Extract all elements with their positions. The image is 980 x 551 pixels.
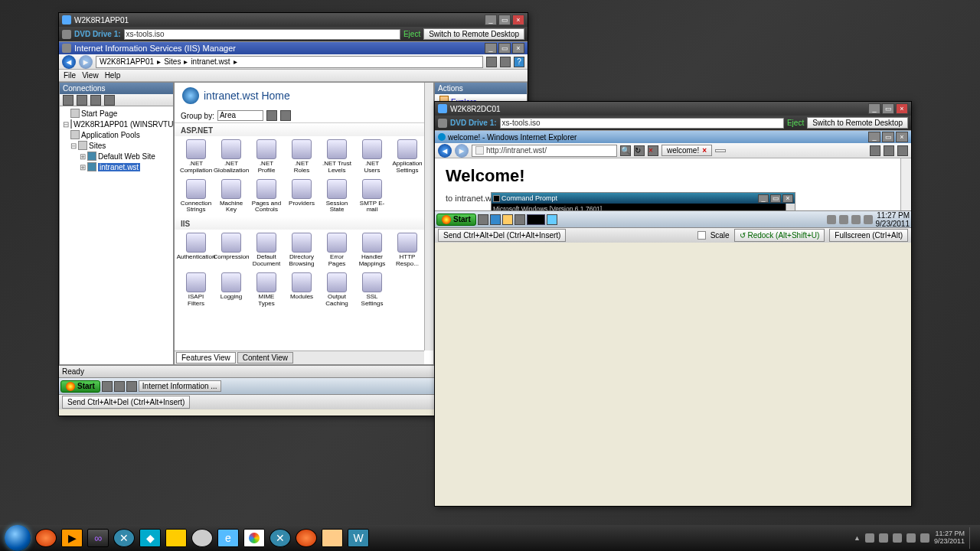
iis-close[interactable]: × — [512, 43, 524, 54]
host-x-icon-2[interactable]: ✕ — [270, 529, 291, 547]
ql-1[interactable] — [102, 381, 113, 392]
host-chrome-icon[interactable] — [243, 529, 265, 547]
switch-remote-desktop-button[interactable]: Switch to Remote Desktop — [807, 117, 908, 129]
guest1-start-button[interactable]: Start — [60, 380, 100, 393]
tree-server[interactable]: ⊟W2K8R1APP01 (WINSRVTUTS\saiello) — [61, 119, 172, 129]
conn-tb-1[interactable] — [63, 95, 74, 106]
ql-ps[interactable] — [490, 214, 501, 225]
host-word-icon[interactable]: W — [348, 529, 369, 547]
tree-intranet-site[interactable]: ⊞intranet.wst — [61, 161, 172, 172]
feature-ssl-settings[interactable]: SSL Settings — [355, 271, 389, 309]
feature-default-document[interactable]: Default Document — [250, 231, 283, 269]
host-dropbox-icon[interactable]: ◆ — [139, 529, 161, 547]
tray-icon-2[interactable] — [839, 215, 848, 224]
view-mode-2[interactable] — [280, 110, 291, 121]
ie-tab[interactable]: welcome!× — [662, 145, 712, 156]
fullscreen-button[interactable]: Fullscreen (Ctrl+Alt) — [829, 229, 908, 242]
minimize-button[interactable]: _ — [868, 103, 880, 114]
host-x-icon-1[interactable]: ✕ — [113, 529, 135, 547]
ie-tools-icon[interactable] — [897, 145, 908, 156]
feature-pages-and-controls[interactable]: Pages and Controls — [250, 178, 283, 216]
host-circle-icon[interactable] — [191, 529, 213, 547]
feature-providers[interactable]: Providers — [285, 178, 318, 216]
host-tray-volume-icon[interactable] — [920, 533, 929, 543]
groupby-select[interactable]: Area — [217, 110, 263, 121]
host-tray-icon-3[interactable] — [893, 533, 902, 543]
tray-expand-icon[interactable]: ▲ — [854, 534, 861, 542]
cmd-vscrollbar[interactable] — [786, 204, 795, 210]
feature-isapi-filters[interactable]: ISAPI Filters — [179, 271, 213, 309]
ie-home-icon[interactable] — [870, 145, 880, 156]
ie-max[interactable]: ▭ — [882, 132, 894, 142]
connections-tree[interactable]: Start Page ⊟W2K8R1APP01 (WINSRVTUTS\saie… — [60, 106, 173, 364]
ie-fav-icon[interactable] — [884, 145, 894, 156]
host-clock[interactable]: 11:27 PM9/23/2011 — [934, 530, 965, 546]
feature-smtp-e-mail[interactable]: SMTP E-mail — [355, 178, 389, 216]
menu-help[interactable]: Help — [105, 71, 121, 80]
guest2-start-button[interactable]: Start — [436, 214, 476, 226]
ie-close[interactable]: × — [896, 132, 908, 142]
feature-machine-key[interactable]: Machine Key — [214, 178, 248, 216]
ie-min[interactable]: _ — [868, 132, 880, 142]
cmd-output[interactable]: Microsoft Windows [Version 6.1.7601] Cop… — [492, 204, 795, 210]
host-ie-icon[interactable]: e — [217, 529, 239, 547]
cmd-max[interactable]: ▭ — [770, 194, 781, 203]
host-start-button[interactable] — [5, 525, 31, 551]
ie-stop-icon[interactable]: × — [648, 145, 658, 156]
tree-default-site[interactable]: ⊞Default Web Site — [61, 151, 172, 161]
ql-server[interactable] — [514, 214, 525, 225]
ie-forward-button[interactable]: ► — [455, 144, 469, 158]
crumb-sites[interactable]: Sites — [164, 57, 181, 66]
maximize-button[interactable]: ▭ — [882, 103, 894, 114]
feature-mime-types[interactable]: MIME Types — [250, 271, 283, 309]
feature-output-caching[interactable]: Output Caching — [320, 271, 354, 309]
breadcrumb[interactable]: W2K8R1APP01▸ Sites▸ intranet.wst▸ — [96, 56, 483, 68]
ql-explorer[interactable] — [478, 214, 488, 225]
feature-http-respo-[interactable]: HTTP Respo... — [390, 231, 424, 269]
back-button[interactable]: ◄ — [62, 55, 76, 69]
help-button[interactable]: ? — [514, 57, 524, 67]
taskbar-item-iis[interactable]: Internet Information ... — [139, 380, 221, 392]
taskbar-item-ie[interactable] — [547, 214, 557, 225]
vm1-titlebar[interactable]: W2K8R1APP01 _ ▭ × — [59, 13, 528, 27]
feature-authentication[interactable]: Authentication — [179, 231, 213, 269]
ie-scrollbar[interactable] — [900, 158, 911, 210]
feature-handler-mappings[interactable]: Handler Mappings — [355, 231, 389, 269]
cmd-close[interactable]: × — [782, 194, 793, 203]
tab-content-view[interactable]: Content View — [237, 352, 293, 364]
eject-button[interactable]: Eject — [403, 30, 420, 38]
nav-btn-b[interactable] — [500, 57, 511, 67]
host-infinity-icon[interactable]: ∞ — [87, 529, 109, 547]
close-button[interactable]: × — [512, 15, 524, 25]
cmd-titlebar[interactable]: Command Prompt _▭× — [492, 193, 795, 204]
host-explorer-icon[interactable] — [322, 529, 343, 547]
host-firefox-icon-2[interactable] — [296, 529, 317, 547]
maximize-button[interactable]: ▭ — [498, 15, 511, 25]
taskbar-item-cmd[interactable] — [527, 214, 545, 225]
tray-icon-1[interactable] — [827, 215, 836, 224]
conn-tb-4[interactable] — [104, 95, 115, 106]
scale-checkbox[interactable] — [697, 231, 706, 240]
crumb-site[interactable]: intranet.wst — [191, 57, 230, 66]
host-notepad-icon[interactable] — [165, 529, 187, 547]
nav-btn-a[interactable] — [486, 57, 497, 67]
ie-search-icon[interactable]: 🔍 — [620, 145, 631, 156]
feature--net-trust-levels[interactable]: .NET Trust Levels — [320, 138, 354, 176]
host-media-icon[interactable]: ▶ — [61, 529, 83, 547]
menu-file[interactable]: File — [64, 71, 76, 80]
send-cad-button[interactable]: Send Ctrl+Alt+Del (Ctrl+Alt+Insert) — [62, 396, 190, 409]
ie-refresh-icon[interactable]: ↻ — [634, 145, 645, 156]
ql-3[interactable] — [126, 381, 137, 392]
eject-button[interactable]: Eject — [787, 119, 804, 127]
ie-back-button[interactable]: ◄ — [438, 144, 452, 158]
menu-view[interactable]: View — [82, 71, 99, 80]
switch-remote-desktop-button[interactable]: Switch to Remote Desktop — [423, 28, 524, 40]
dvd-dropdown[interactable]: xs-tools.iso — [500, 118, 784, 129]
tab-close-icon[interactable]: × — [702, 146, 707, 155]
ie-address-bar[interactable]: http://intranet.wst/ — [472, 145, 617, 157]
dvd-dropdown[interactable]: xs-tools.iso — [124, 29, 400, 40]
show-desktop-button[interactable] — [969, 527, 975, 549]
tray-icon-3[interactable] — [851, 215, 861, 224]
ql-folder[interactable] — [502, 214, 513, 225]
iis-min[interactable]: _ — [485, 43, 497, 54]
